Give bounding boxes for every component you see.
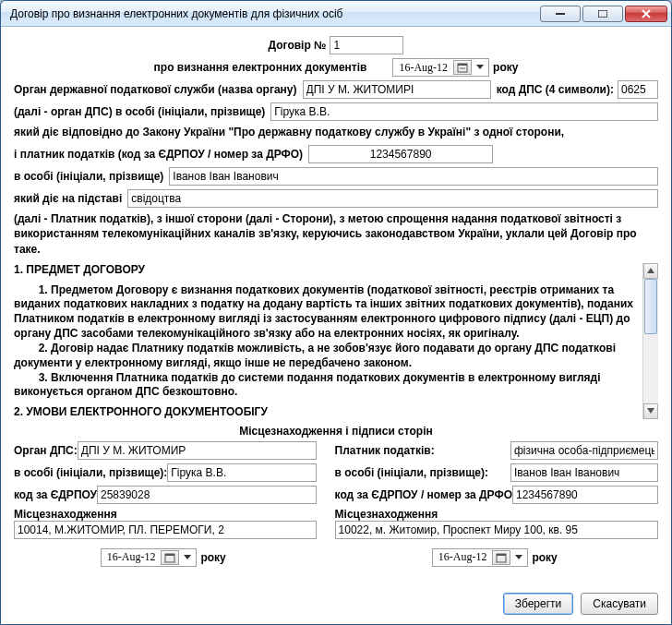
contract-no-input[interactable] — [330, 36, 403, 54]
chevron-down-icon[interactable] — [181, 550, 194, 565]
vertical-scrollbar[interactable] — [642, 263, 658, 419]
platnyk-code-label: і платник податків (код за ЄДРПОУ / номе… — [14, 148, 303, 161]
right-osobi-input[interactable] — [510, 463, 658, 482]
scroll-down-button[interactable] — [643, 403, 658, 419]
button-row: Зберегти Скасувати — [14, 583, 658, 615]
header-date-picker[interactable]: 16-Aug-12 — [392, 58, 489, 77]
v-osobi-row: в особі (ініціали, прізвище) — [14, 167, 658, 186]
right-osobi-label: в особі (ініціали, прізвище): — [335, 466, 488, 479]
right-addr-label: Місцезнаходження — [335, 508, 658, 521]
sig-header: Місцезнаходження і підписи сторін — [239, 425, 432, 438]
subtitle-row: про визнання електронних документів 16-A… — [14, 58, 658, 77]
titlebar[interactable]: Договір про визнання електронних докумен… — [1, 1, 671, 27]
contract-no-row: Договір № — [14, 36, 658, 54]
zakon-text: який діє відповідно до Закону України "П… — [14, 125, 658, 139]
year-suffix: року — [493, 61, 518, 74]
close-button[interactable] — [625, 6, 667, 22]
right-edrpou-input[interactable] — [512, 486, 658, 504]
right-date-value: 16-Aug-12 — [435, 550, 491, 564]
left-year-suffix: року — [200, 551, 225, 564]
dali-organ-row: (далі - орган ДПС) в особі (ініціали, пр… — [14, 102, 658, 121]
platnyk-code-input[interactable] — [308, 145, 493, 163]
calendar-icon[interactable] — [492, 550, 510, 565]
contract-body-scroll: 1. ПРЕДМЕТ ДОГОВОРУ 1. Предметом Договор… — [14, 262, 658, 419]
svg-point-5 — [462, 67, 463, 69]
organ-input[interactable] — [303, 80, 491, 99]
para-3: 3. Включення Платника податків до систем… — [14, 371, 639, 401]
kod-dps-input[interactable] — [618, 80, 658, 99]
organ-label: Орган державної податкової служби (назва… — [14, 83, 297, 96]
dali-organ-input[interactable] — [270, 102, 658, 121]
left-edrpou-label: код за ЄДРПОУ — [14, 488, 97, 501]
scroll-thumb[interactable] — [644, 279, 657, 334]
svg-point-6 — [463, 67, 465, 69]
right-date-picker[interactable]: 16-Aug-12 — [432, 548, 529, 567]
maximize-button[interactable] — [582, 6, 623, 22]
para-1: 1. Предметом Договору є визнання податко… — [14, 283, 639, 342]
svg-rect-0 — [556, 13, 565, 15]
cancel-button[interactable]: Скасувати — [581, 593, 658, 615]
scroll-up-button[interactable] — [643, 263, 658, 279]
section-1-heading: 1. ПРЕДМЕТ ДОГОВОРУ — [14, 263, 639, 278]
right-year-suffix: року — [532, 551, 557, 564]
chevron-down-icon[interactable] — [474, 60, 486, 75]
pidstava-input[interactable] — [127, 189, 658, 208]
header-date-value: 16-Aug-12 — [395, 61, 451, 75]
pidstava-label: який діє на підставі — [14, 192, 122, 205]
right-platnyk-label: Платник податків: — [335, 444, 435, 457]
left-edrpou-input[interactable] — [97, 486, 317, 504]
svg-rect-10 — [497, 554, 506, 556]
svg-rect-1 — [598, 10, 607, 18]
left-date-row: 16-Aug-12 року — [14, 548, 317, 567]
contract-body: 1. ПРЕДМЕТ ДОГОВОРУ 1. Предметом Договор… — [14, 263, 642, 419]
calendar-icon[interactable] — [453, 60, 472, 75]
sig-left: Орган ДПС: в особі (ініціали, прізвище):… — [14, 441, 317, 567]
v-osobi-input[interactable] — [169, 167, 658, 186]
pidstava-row: який діє на підставі — [14, 189, 658, 208]
platnyk-code-row: і платник податків (код за ЄДРПОУ / номе… — [14, 145, 658, 163]
minimize-button[interactable] — [540, 6, 581, 22]
left-osobi-label: в особі (ініціали, прізвище): — [14, 466, 167, 479]
dali-organ-label: (далі - орган ДПС) в особі (ініціали, пр… — [14, 105, 265, 118]
subtitle-label: про визнання електронних документів — [154, 61, 367, 74]
right-platnyk-input[interactable] — [510, 441, 658, 460]
left-date-picker[interactable]: 16-Aug-12 — [101, 548, 198, 567]
scroll-track[interactable] — [643, 279, 658, 403]
left-organ-label: Орган ДПС: — [14, 444, 78, 457]
window: Договір про визнання електронних докумен… — [0, 0, 672, 625]
signatures: Орган ДПС: в особі (ініціали, прізвище):… — [14, 441, 658, 567]
contract-no-label: Договір № — [269, 39, 327, 52]
chevron-down-icon[interactable] — [512, 550, 525, 565]
svg-rect-8 — [165, 554, 174, 556]
long-para: (далі - Платник податків), з іншої сторо… — [14, 211, 658, 257]
window-title: Договір про визнання електронних докумен… — [10, 7, 538, 20]
svg-rect-3 — [458, 64, 467, 66]
sig-right: Платник податків: в особі (ініціали, прі… — [335, 441, 658, 567]
save-button[interactable]: Зберегти — [503, 593, 574, 615]
svg-point-4 — [460, 67, 462, 69]
client-area: Договір № про визнання електронних докум… — [1, 27, 671, 624]
left-date-value: 16-Aug-12 — [103, 550, 160, 564]
para-2: 2. Договір надає Платнику податків можли… — [14, 342, 639, 371]
right-edrpou-label: код за ЄДРПОУ / номер за ДРФО — [335, 488, 512, 501]
sig-header-row: Місцезнаходження і підписи сторін — [14, 425, 658, 438]
left-addr-label: Місцезнаходження — [14, 508, 317, 521]
organ-row: Орган державної податкової служби (назва… — [14, 80, 658, 99]
right-addr-input[interactable] — [335, 521, 658, 539]
left-organ-input[interactable] — [78, 441, 317, 460]
kod-dps-label: код ДПС (4 символи): — [497, 83, 614, 96]
section-2-heading: 2. УМОВИ ЕЛЕКТРОННОГО ДОКУМЕНТООБІГУ — [14, 405, 639, 419]
left-osobi-input[interactable] — [167, 463, 316, 482]
calendar-icon[interactable] — [161, 550, 179, 565]
right-date-row: 16-Aug-12 року — [335, 548, 658, 567]
v-osobi-label: в особі (ініціали, прізвище) — [14, 170, 163, 183]
left-addr-input[interactable] — [14, 521, 317, 539]
